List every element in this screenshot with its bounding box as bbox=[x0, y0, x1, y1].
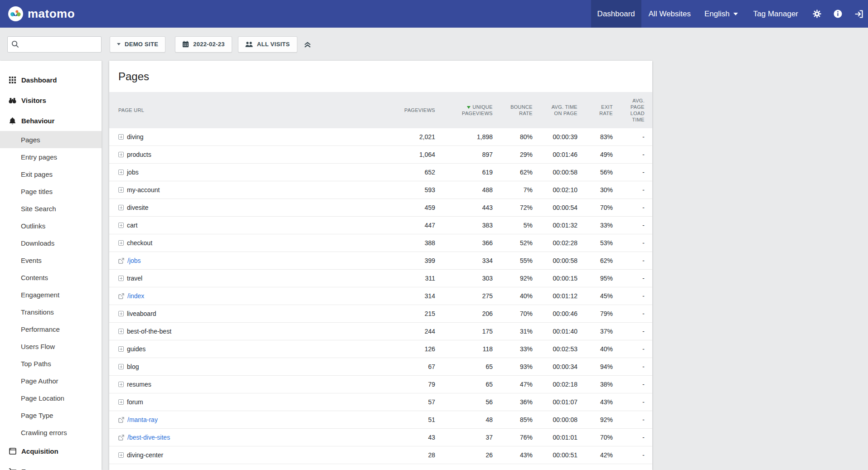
sidebar-item-transitions[interactable]: Transitions bbox=[0, 303, 102, 320]
column-header-exit-rate[interactable]: EXIT RATE bbox=[577, 104, 613, 116]
table-row[interactable]: guides 126 118 33% 00:02:53 40% - bbox=[109, 340, 652, 358]
expand-plus-icon[interactable] bbox=[118, 364, 124, 369]
sidebar-item-visitors[interactable]: Visitors bbox=[0, 90, 102, 111]
matomo-brand[interactable]: matomo bbox=[8, 6, 75, 21]
table-row[interactable]: travel 311 303 92% 00:00:15 95% - bbox=[109, 270, 652, 287]
date-selector-button[interactable]: 2022-02-23 bbox=[175, 36, 232, 53]
sidebar-item-page-titles[interactable]: Page titles bbox=[0, 183, 102, 200]
column-header-bounce-rate[interactable]: BOUNCE RATE bbox=[493, 104, 533, 116]
page-url-label[interactable]: forum bbox=[127, 398, 143, 406]
expand-plus-icon[interactable] bbox=[118, 134, 124, 140]
settings-gear-icon[interactable] bbox=[813, 10, 821, 18]
page-url-label[interactable]: products bbox=[127, 151, 151, 158]
table-row[interactable]: divesite 459 443 72% 00:00:54 70% - bbox=[109, 199, 652, 217]
page-url-label[interactable]: blog bbox=[127, 363, 139, 370]
expand-plus-icon[interactable] bbox=[118, 152, 124, 157]
page-url-label[interactable]: divesite bbox=[127, 204, 148, 211]
page-url-label[interactable]: cart bbox=[127, 222, 137, 229]
table-row[interactable]: resumes 79 65 47% 00:02:18 38% - bbox=[109, 376, 652, 393]
column-header-avg-page-load-time[interactable]: AVG. PAGE LOAD TIME bbox=[613, 97, 645, 123]
sidebar-item-page-author[interactable]: Page Author bbox=[0, 372, 102, 389]
sign-out-icon[interactable] bbox=[854, 10, 863, 19]
nav-tag-manager[interactable]: Tag Manager bbox=[753, 0, 798, 28]
expand-plus-icon[interactable] bbox=[118, 382, 124, 387]
help-info-icon[interactable] bbox=[834, 10, 842, 18]
page-url-label[interactable]: resumes bbox=[127, 381, 151, 388]
expand-plus-icon[interactable] bbox=[118, 452, 124, 458]
page-url-label[interactable]: checkout bbox=[127, 239, 152, 247]
table-row[interactable]: /manta-ray 51 48 85% 00:00:08 92% - bbox=[109, 411, 652, 429]
sidebar-item-performance[interactable]: Performance bbox=[0, 320, 102, 338]
sidebar-item-ecommerce[interactable]: Ecommerce bbox=[0, 461, 102, 470]
table-row[interactable]: products 1,064 897 29% 00:01:46 49% - bbox=[109, 146, 652, 164]
table-row[interactable]: diving 2,021 1,898 80% 00:00:39 83% - bbox=[109, 128, 652, 146]
expand-plus-icon[interactable] bbox=[118, 205, 124, 210]
nav-all-websites[interactable]: All Websites bbox=[649, 0, 691, 28]
expand-plus-icon[interactable] bbox=[118, 276, 124, 281]
expand-plus-icon[interactable] bbox=[118, 346, 124, 352]
sidebar-item-behaviour[interactable]: Behaviour bbox=[0, 111, 102, 131]
table-row[interactable]: /jobs 399 334 55% 00:00:58 62% - bbox=[109, 252, 652, 270]
column-header-page-url[interactable]: PAGE URL bbox=[109, 107, 399, 113]
sidebar-item-top-paths[interactable]: Top Paths bbox=[0, 355, 102, 372]
pages-report-card: Pages PAGE URL PAGEVIEWS UNIQUE PAGEVIEW… bbox=[109, 61, 652, 470]
sidebar-item-contents[interactable]: Contents bbox=[0, 269, 102, 286]
table-row[interactable]: jobs 652 619 62% 00:00:58 56% - bbox=[109, 164, 652, 181]
sidebar-item-events[interactable]: Events bbox=[0, 252, 102, 269]
pageviews-value: 2,021 bbox=[399, 133, 435, 141]
collapse-double-chevron-up-icon[interactable] bbox=[304, 40, 311, 48]
column-header-avg-time-on-page[interactable]: AVG. TIME ON PAGE bbox=[533, 104, 577, 116]
nav-language-selector[interactable]: English bbox=[704, 0, 738, 28]
page-url-label[interactable]: /manta-ray bbox=[127, 416, 158, 423]
sidebar-item-engagement[interactable]: Engagement bbox=[0, 286, 102, 303]
expand-plus-icon[interactable] bbox=[118, 240, 124, 246]
table-row[interactable]: forum 57 56 36% 00:01:07 43% - bbox=[109, 393, 652, 411]
sidebar-item-downloads[interactable]: Downloads bbox=[0, 234, 102, 252]
segment-selector-button[interactable]: ALL VISITS bbox=[238, 36, 297, 53]
expand-plus-icon[interactable] bbox=[118, 187, 124, 193]
expand-plus-icon[interactable] bbox=[118, 223, 124, 228]
page-url-label[interactable]: liveaboard bbox=[127, 310, 156, 317]
expand-plus-icon[interactable] bbox=[118, 399, 124, 405]
pageviews-value: 28 bbox=[399, 451, 435, 459]
table-row[interactable]: blog 67 65 93% 00:00:34 94% - bbox=[109, 358, 652, 376]
page-url-label[interactable]: jobs bbox=[127, 169, 139, 176]
nav-dashboard[interactable]: Dashboard bbox=[591, 0, 641, 28]
sidebar-item-acquisition[interactable]: Acquisition bbox=[0, 441, 102, 461]
table-row[interactable]: /index 314 275 40% 00:01:12 45% - bbox=[109, 287, 652, 305]
sidebar-item-outlinks[interactable]: Outlinks bbox=[0, 217, 102, 234]
table-row[interactable]: liveaboard 215 206 70% 00:00:46 79% - bbox=[109, 305, 652, 323]
sidebar-item-pages[interactable]: Pages bbox=[0, 131, 102, 148]
table-row[interactable]: cart 447 383 5% 00:01:32 33% - bbox=[109, 217, 652, 234]
expand-plus-icon[interactable] bbox=[118, 329, 124, 334]
search-box[interactable] bbox=[7, 36, 102, 53]
page-url-label[interactable]: best-of-the-best bbox=[127, 328, 171, 335]
page-url-label[interactable]: diving bbox=[127, 133, 144, 141]
search-input[interactable] bbox=[22, 37, 104, 52]
sidebar-item-page-type[interactable]: Page Type bbox=[0, 407, 102, 424]
site-selector-button[interactable]: DEMO SITE bbox=[110, 36, 165, 53]
page-url-label[interactable]: my-account bbox=[127, 186, 160, 194]
page-url-label[interactable]: diving-center bbox=[127, 451, 163, 459]
page-url-label[interactable]: /jobs bbox=[127, 257, 141, 264]
sidebar-item-page-location[interactable]: Page Location bbox=[0, 389, 102, 407]
column-header-unique-pageviews[interactable]: UNIQUE PAGEVIEWS bbox=[435, 104, 493, 116]
sidebar-item-site-search[interactable]: Site Search bbox=[0, 200, 102, 217]
sidebar-item-dashboard[interactable]: Dashboard bbox=[0, 70, 102, 90]
page-url-label[interactable]: /best-dive-sites bbox=[127, 434, 170, 441]
page-url-label[interactable]: travel bbox=[127, 275, 142, 282]
table-row[interactable]: /best-dive-sites 43 37 76% 00:01:01 70% … bbox=[109, 429, 652, 446]
sidebar-item-entry-pages[interactable]: Entry pages bbox=[0, 148, 102, 165]
table-row[interactable]: my-account 593 488 7% 00:02:10 30% - bbox=[109, 181, 652, 199]
page-url-label[interactable]: guides bbox=[127, 345, 145, 353]
expand-plus-icon[interactable] bbox=[118, 311, 124, 316]
sidebar-item-exit-pages[interactable]: Exit pages bbox=[0, 165, 102, 183]
table-row[interactable]: best-of-the-best 244 175 31% 00:01:40 37… bbox=[109, 323, 652, 340]
page-url-label[interactable]: /index bbox=[127, 292, 144, 300]
column-header-pageviews[interactable]: PAGEVIEWS bbox=[399, 107, 435, 113]
sidebar-item-crawling-errors[interactable]: Crawling errors bbox=[0, 424, 102, 441]
sidebar-item-users-flow[interactable]: Users Flow bbox=[0, 338, 102, 355]
expand-plus-icon[interactable] bbox=[118, 170, 124, 175]
table-row[interactable]: checkout 388 366 52% 00:02:28 53% - bbox=[109, 234, 652, 252]
table-row[interactable]: diving-center 28 26 43% 00:00:51 42% - bbox=[109, 446, 652, 464]
